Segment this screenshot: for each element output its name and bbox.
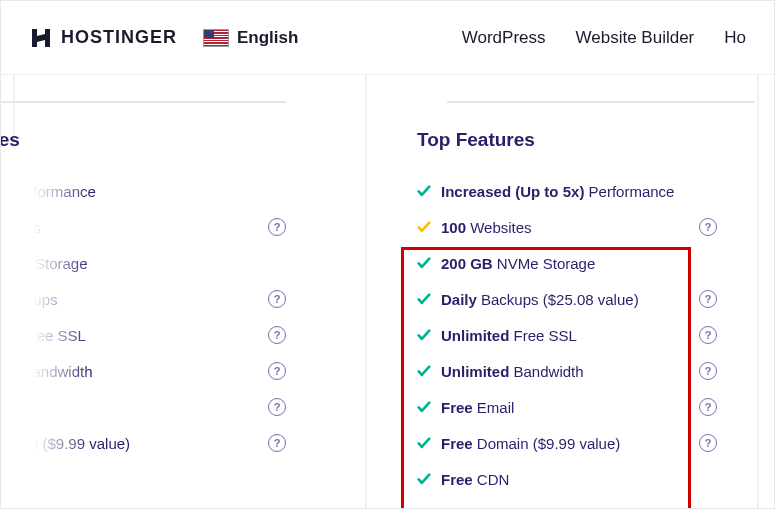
feature-item: Free CDN: [417, 461, 717, 497]
feature-item: nain ($9.99 value)?: [0, 425, 286, 461]
feature-item: 200 GB NVMe Storage: [417, 245, 717, 281]
divider: [447, 101, 755, 103]
feature-text: 200 GB NVMe Storage: [441, 255, 595, 272]
check-icon: [417, 292, 431, 306]
nav-wordpress[interactable]: WordPress: [462, 28, 546, 48]
feature-item: Performance: [0, 173, 286, 209]
check-icon: [417, 472, 431, 486]
feature-text: Unlimited Bandwidth: [441, 363, 584, 380]
feature-item: d Bandwidth?: [0, 353, 286, 389]
feature-item: Unlimited Bandwidth?: [417, 353, 717, 389]
language-label: English: [237, 28, 298, 48]
check-icon: [417, 436, 431, 450]
check-icon: [417, 364, 431, 378]
help-icon[interactable]: ?: [699, 362, 717, 380]
feature-item: SD Storage: [0, 245, 286, 281]
help-icon[interactable]: ?: [268, 218, 286, 236]
feature-item: Daily Backups ($25.08 value)?: [417, 281, 717, 317]
feature-text: Free CDN: [441, 471, 509, 488]
feature-text: SD Storage: [10, 255, 88, 272]
nav-more[interactable]: Ho: [724, 28, 746, 48]
feature-item: Unlimited Free SSL?: [417, 317, 717, 353]
help-icon[interactable]: ?: [699, 326, 717, 344]
feature-list: Increased (Up to 5x) Performance100 Webs…: [417, 173, 717, 497]
divider: [0, 101, 286, 103]
brand-logo[interactable]: HOSTINGER: [29, 26, 177, 50]
feature-text: Increased (Up to 5x) Performance: [441, 183, 674, 200]
help-icon[interactable]: ?: [268, 434, 286, 452]
feature-text: d Free SSL: [10, 327, 86, 344]
help-icon[interactable]: ?: [268, 398, 286, 416]
help-icon[interactable]: ?: [268, 290, 286, 308]
feature-text: I: [10, 471, 14, 488]
check-icon: [417, 220, 431, 234]
help-icon[interactable]: ?: [699, 398, 717, 416]
help-icon[interactable]: ?: [268, 326, 286, 344]
feature-text: nain ($9.99 value): [10, 435, 130, 452]
plan-column-left: ires Performancesites?SD Storageackups?d…: [0, 75, 316, 509]
check-icon: [417, 184, 431, 198]
feature-item: d Free SSL?: [0, 317, 286, 353]
features-title: ires: [0, 129, 286, 151]
feature-text: d Bandwidth: [10, 363, 93, 380]
header: HOSTINGER English WordPress Website Buil…: [1, 1, 774, 75]
check-icon: [417, 400, 431, 414]
check-icon: [417, 328, 431, 342]
feature-item: Free Email?: [417, 389, 717, 425]
feature-item: il?: [0, 389, 286, 425]
feature-text: Unlimited Free SSL: [441, 327, 577, 344]
feature-item: 100 Websites?: [417, 209, 717, 245]
help-icon[interactable]: ?: [268, 362, 286, 380]
feature-text: il: [10, 399, 17, 416]
feature-text: Free Email: [441, 399, 514, 416]
feature-text: sites: [10, 219, 41, 236]
language-selector[interactable]: English: [203, 28, 298, 48]
main-nav: WordPress Website Builder Ho: [462, 28, 746, 48]
content-area: ires Performancesites?SD Storageackups?d…: [1, 75, 774, 508]
nav-website-builder[interactable]: Website Builder: [576, 28, 695, 48]
column-divider: [365, 75, 367, 508]
help-icon[interactable]: ?: [699, 290, 717, 308]
feature-text: 100 Websites: [441, 219, 532, 236]
feature-item: sites?: [0, 209, 286, 245]
flag-icon: [203, 29, 229, 47]
brand-name: HOSTINGER: [61, 27, 177, 48]
feature-list: Performancesites?SD Storageackups?d Free…: [0, 173, 286, 497]
help-icon[interactable]: ?: [699, 434, 717, 452]
feature-item: ackups?: [0, 281, 286, 317]
feature-text: Performance: [10, 183, 96, 200]
feature-item: I: [0, 461, 286, 497]
feature-text: Daily Backups ($25.08 value): [441, 291, 639, 308]
logo-icon: [29, 26, 53, 50]
check-icon: [417, 256, 431, 270]
feature-item: Increased (Up to 5x) Performance: [417, 173, 717, 209]
plan-column-right: Top Features Increased (Up to 5x) Perfor…: [387, 75, 747, 509]
features-title: Top Features: [417, 129, 717, 151]
feature-text: Free Domain ($9.99 value): [441, 435, 620, 452]
help-icon[interactable]: ?: [699, 218, 717, 236]
feature-text: ackups: [10, 291, 58, 308]
column-divider: [757, 75, 759, 508]
feature-item: Free Domain ($9.99 value)?: [417, 425, 717, 461]
